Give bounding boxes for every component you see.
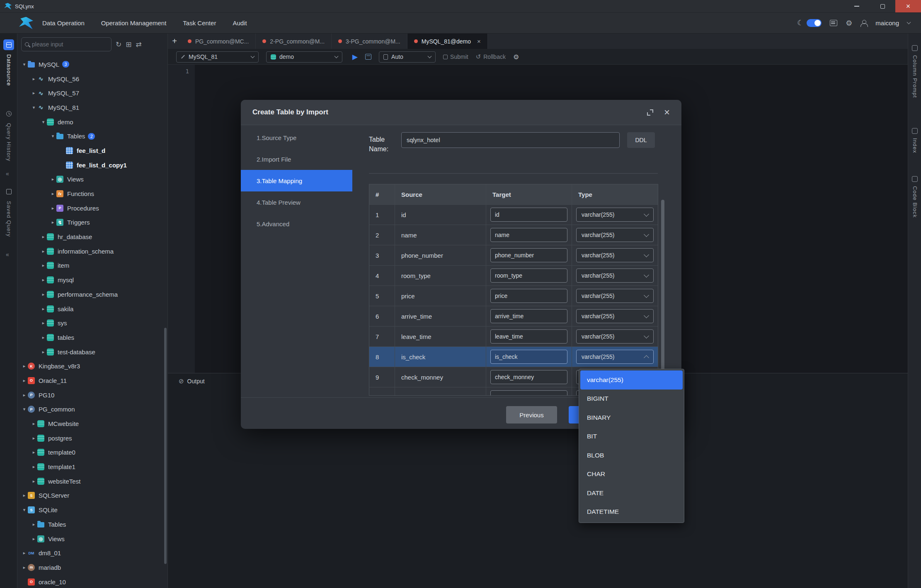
- wizard-step[interactable]: 4.Table Preview: [241, 191, 352, 213]
- chevron-collapsed-icon[interactable]: ▸: [49, 177, 56, 182]
- target-input[interactable]: id: [490, 208, 567, 222]
- connection-select[interactable]: MySQL_81: [176, 51, 259, 63]
- chevron-collapsed-icon[interactable]: ▸: [40, 306, 47, 312]
- chevron-expanded-icon[interactable]: ▾: [21, 62, 28, 67]
- chevron-expanded-icon[interactable]: ▾: [21, 507, 28, 513]
- type-select[interactable]: varchar(255): [576, 329, 654, 344]
- tree-item[interactable]: ▸↯Triggers: [17, 215, 167, 230]
- chevron-expanded-icon[interactable]: ▾: [30, 105, 37, 110]
- chevron-collapsed-icon[interactable]: ▸: [40, 335, 47, 340]
- activity-bar-item[interactable]: Saved Query: [0, 186, 17, 237]
- tree-item[interactable]: ▾demo: [17, 115, 167, 129]
- chevron-collapsed-icon[interactable]: ▸: [49, 206, 56, 211]
- wizard-step[interactable]: 1.Source Type: [241, 127, 352, 148]
- chevron-collapsed-icon[interactable]: ▸: [40, 249, 47, 254]
- tree-item[interactable]: ▸OOracle_11: [17, 373, 167, 388]
- target-input[interactable]: is_check: [490, 350, 567, 364]
- expand-dialog-icon[interactable]: [647, 109, 653, 116]
- dropdown-option[interactable]: DATETIME: [580, 503, 683, 522]
- mapping-table-row[interactable]: 7leave_timeleave_timevarchar(255): [369, 327, 658, 347]
- chevron-expanded-icon[interactable]: ▾: [49, 133, 56, 139]
- collapse-chevron-icon[interactable]: «: [6, 251, 9, 258]
- database-select[interactable]: demo: [266, 51, 342, 63]
- tree-item[interactable]: ▸∿MySQL_57: [17, 86, 167, 100]
- editor-settings-gear-icon[interactable]: ⚙: [513, 53, 519, 61]
- wizard-step[interactable]: 3.Table Mapping: [241, 170, 352, 191]
- dropdown-option[interactable]: BLOB: [580, 446, 683, 465]
- menu-item[interactable]: Task Center: [183, 19, 216, 27]
- rollback-button[interactable]: ↺ Rollback: [476, 53, 506, 60]
- tree-item[interactable]: ▸test-database: [17, 345, 167, 359]
- right-bar-item[interactable]: Code Block: [908, 176, 921, 218]
- target-input[interactable]: check_monney: [490, 370, 567, 384]
- tree-item[interactable]: ▸PProcedures: [17, 201, 167, 215]
- chevron-collapsed-icon[interactable]: ▸: [21, 493, 28, 498]
- activity-bar-item[interactable]: Datasource: [0, 39, 17, 86]
- tree-item[interactable]: ▸mmariadb: [17, 560, 167, 575]
- tree-item[interactable]: ▾SSQLite: [17, 503, 167, 517]
- mapping-table-row[interactable]: 1ididvarchar(255): [369, 205, 658, 225]
- chevron-collapsed-icon[interactable]: ▸: [21, 565, 28, 570]
- menu-item[interactable]: Data Operation: [42, 19, 85, 27]
- maximize-button[interactable]: [870, 0, 895, 12]
- editor-tab[interactable]: MySQL_81@demo×: [407, 34, 488, 49]
- type-select[interactable]: varchar(255): [576, 269, 654, 283]
- target-input[interactable]: arrive_time: [490, 309, 567, 323]
- chevron-collapsed-icon[interactable]: ▸: [30, 76, 37, 82]
- dropdown-option[interactable]: varchar(255): [580, 370, 683, 390]
- editor-tab[interactable]: 2-PG_common@M...: [256, 34, 332, 49]
- tree-item[interactable]: ▸KKingbase_v8r3: [17, 359, 167, 373]
- tree-item[interactable]: ▾MySQL3: [17, 57, 167, 72]
- tree-item[interactable]: ▸MCwebsite: [17, 416, 167, 431]
- collapse-chevron-icon[interactable]: «: [6, 170, 9, 177]
- tree-item[interactable]: fee_list_d_copy1: [17, 158, 167, 172]
- type-select[interactable]: varchar(255): [576, 228, 654, 242]
- panel-layout-icon[interactable]: [830, 20, 837, 26]
- refresh-icon[interactable]: ↻: [116, 40, 121, 49]
- target-input[interactable]: leave_time: [490, 329, 567, 344]
- dropdown-option[interactable]: BIT: [580, 427, 683, 446]
- user-name[interactable]: maicong: [875, 19, 899, 27]
- close-tab-icon[interactable]: ×: [477, 38, 481, 45]
- mapping-table-row[interactable]: 8is_checkis_checkvarchar(255): [369, 347, 658, 367]
- commit-mode-select[interactable]: Auto: [379, 51, 436, 63]
- previous-button[interactable]: Previous: [506, 406, 557, 423]
- tree-item[interactable]: ▸websiteTest: [17, 474, 167, 489]
- activity-bar-item[interactable]: Query History: [0, 108, 17, 161]
- tree-item[interactable]: ▾Tables2: [17, 129, 167, 143]
- mapping-table-scrollbar[interactable]: [661, 200, 664, 370]
- target-input[interactable]: price: [490, 289, 567, 303]
- tree-item[interactable]: ▾∿MySQL_81: [17, 100, 167, 115]
- mapping-table-row[interactable]: 4room_typeroom_typevarchar(255): [369, 266, 658, 286]
- tree-item[interactable]: ▸postgres: [17, 431, 167, 445]
- mapping-table-row[interactable]: 2namenamevarchar(255): [369, 225, 658, 245]
- tree-item[interactable]: ▸item: [17, 259, 167, 273]
- tree-item[interactable]: ▸performance_schema: [17, 287, 167, 302]
- tree-item[interactable]: ▸sys: [17, 316, 167, 330]
- chevron-collapsed-icon[interactable]: ▸: [30, 479, 37, 484]
- run-button[interactable]: ▶: [352, 53, 358, 61]
- settings-gear-icon[interactable]: ⚙: [846, 19, 852, 28]
- tree-item[interactable]: ▸template0: [17, 445, 167, 460]
- chevron-collapsed-icon[interactable]: ▸: [21, 378, 28, 383]
- tree-item[interactable]: ▾PPG_common: [17, 402, 167, 417]
- chevron-collapsed-icon[interactable]: ▸: [40, 292, 47, 297]
- chevron-collapsed-icon[interactable]: ▸: [49, 191, 56, 196]
- ddl-button[interactable]: DDL: [627, 132, 655, 148]
- chevron-collapsed-icon[interactable]: ▸: [49, 220, 56, 225]
- tree-item[interactable]: ▸sakila: [17, 302, 167, 316]
- tree-item[interactable]: ▸Tables: [17, 517, 167, 532]
- chevron-expanded-icon[interactable]: ▾: [21, 407, 28, 412]
- script-icon[interactable]: [365, 54, 371, 60]
- search-box[interactable]: [21, 37, 111, 51]
- dropdown-option[interactable]: BINARY: [580, 408, 683, 427]
- chevron-collapsed-icon[interactable]: ▸: [40, 277, 47, 283]
- dropdown-option[interactable]: CHAR: [580, 465, 683, 484]
- chevron-collapsed-icon[interactable]: ▸: [40, 349, 47, 355]
- target-input[interactable]: phone_number: [490, 248, 567, 262]
- target-input[interactable]: name: [490, 228, 567, 242]
- tree-item[interactable]: ▸DMdm8_01: [17, 546, 167, 560]
- dropdown-option[interactable]: DATE: [580, 484, 683, 503]
- dropdown-option[interactable]: BIGINT: [580, 390, 683, 409]
- mapping-table-row[interactable]: 3phone_numberphone_numbervarchar(255): [369, 245, 658, 266]
